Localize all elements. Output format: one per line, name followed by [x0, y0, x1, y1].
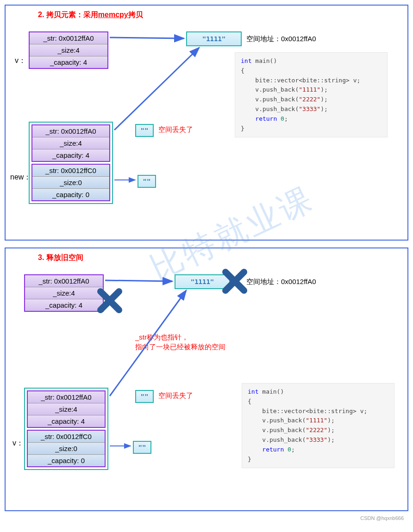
d15: 0	[288, 446, 291, 453]
d10: );	[327, 427, 335, 433]
d16: ;	[291, 446, 295, 453]
block-v2: _str: 0x0012ffA0 _size:4 _capacity: 4 _s…	[24, 388, 108, 470]
panel-step2-title: 2. 拷贝元素：采用memcpy拷贝	[15, 10, 398, 20]
label-new: new：	[10, 173, 31, 182]
row-v-size: _size:4	[30, 44, 107, 56]
heap-lost-label: 空间丢失了	[158, 125, 193, 134]
d6: "1111"	[306, 417, 327, 424]
d14: return	[248, 446, 288, 453]
r2: _size:4	[25, 287, 103, 299]
row-newtop-size: _size:4	[32, 137, 109, 149]
watermark-csdn: CSDN @hqxnb666	[360, 515, 404, 521]
d7: );	[327, 417, 335, 424]
rb1: _str: 0x0012ffC0	[28, 431, 105, 443]
row-newtop-cap: _capacity: 4	[32, 149, 109, 161]
c2: main()	[251, 57, 277, 64]
panel1-body: v： _str: 0x0012ffA0 _size:4 _capacity: 4…	[15, 25, 398, 230]
code-block-2: int main() { bite::vector<bite::string> …	[242, 383, 394, 468]
svg-line-5	[105, 280, 172, 281]
dangling-line1: _str称为也指针，	[135, 332, 225, 342]
block-v: _str: 0x0012ffA0 _size:4 _capacity: 4	[29, 31, 108, 69]
c6: "1111"	[299, 86, 320, 93]
d2: main()	[258, 388, 284, 395]
heap-tiny: ""	[138, 175, 156, 188]
row-newtop-str: _str: 0x0012ffA0	[32, 125, 109, 137]
c9: "2222"	[299, 96, 320, 103]
c7: );	[320, 86, 328, 93]
c16: ;	[284, 115, 288, 122]
heap-1111-b: "1111"	[175, 274, 230, 289]
heap-lost-b: ""	[135, 390, 154, 403]
d12: "3333"	[306, 436, 327, 443]
rm1: _str: 0x0012ffA0	[28, 391, 105, 403]
d11: v.push_back(	[248, 436, 306, 443]
title-memcpy: memcpy	[98, 11, 128, 19]
rm2: _size:4	[28, 403, 105, 415]
row-newbot-str: _str: 0x0012ffC0	[32, 165, 109, 177]
dangling-text: _str称为也指针， 指向了一块已经被释放的空间	[135, 332, 225, 352]
block-new-top: _str: 0x0012ffA0 _size:4 _capacity: 4	[31, 124, 110, 162]
dangling-line2: 指向了一块已经被释放的空间	[135, 342, 225, 352]
block-old-v: _str: 0x0012ffA0 _size:4 _capacity: 4	[24, 274, 104, 312]
c17: }	[241, 125, 244, 132]
c15: 0	[281, 115, 284, 122]
c12: "3333"	[299, 105, 320, 112]
title-prefix: 2. 拷贝元素：采用	[38, 11, 98, 19]
c10: );	[320, 96, 328, 103]
row-v-capacity: _capacity: 4	[30, 56, 107, 68]
c3: {	[241, 67, 244, 74]
title-suffix: 拷贝	[128, 11, 143, 19]
d9: "2222"	[306, 427, 327, 433]
svg-line-1	[110, 37, 184, 38]
heap-1111-label-b: 空间地址：0x0012ffA0	[246, 278, 316, 286]
d17: }	[248, 456, 251, 463]
rb3: _capacity: 0	[28, 455, 105, 466]
panel-step2: 2. 拷贝元素：采用memcpy拷贝 v： _str: 0x0012ffA0 _…	[5, 5, 408, 241]
d5: v.push_back(	[248, 417, 306, 424]
d3: {	[248, 398, 251, 405]
row-v-str: _str: 0x0012ffA0	[30, 32, 107, 44]
heap-1111-label: 空间地址：0x0012ffA0	[246, 35, 316, 43]
c8: v.push_back(	[241, 96, 299, 103]
label-v2: v：	[13, 439, 24, 448]
block-bot: _str: 0x0012ffC0 _size:0 _capacity: 0	[27, 430, 106, 467]
c13: );	[320, 105, 328, 112]
code-block-1: int main() { bite::vector<bite::string> …	[235, 52, 388, 137]
r3: _capacity: 4	[25, 299, 103, 311]
row-newbot-size: _size:0	[32, 177, 109, 189]
label-v: v：	[15, 56, 26, 66]
svg-line-2	[114, 48, 199, 130]
heap-lost-label-b: 空间丢失了	[158, 391, 193, 400]
block-mid: _str: 0x0012ffA0 _size:4 _capacity: 4	[27, 390, 106, 428]
d1: int	[248, 388, 258, 395]
row-newbot-cap: _capacity: 0	[32, 189, 109, 200]
c1: int	[241, 57, 251, 64]
c11: v.push_back(	[241, 105, 299, 112]
rb2: _size:0	[28, 443, 105, 455]
d4: bite::vector<bite::string> v;	[248, 408, 367, 414]
d8: v.push_back(	[248, 427, 306, 433]
panel-step3-title: 3. 释放旧空间	[15, 253, 398, 263]
panel2-body: 比特就业课 _str: 0x0012ffA0 _size:4 _capacity…	[15, 267, 398, 501]
block-new-bot: _str: 0x0012ffC0 _size:0 _capacity: 0	[31, 164, 110, 201]
rm3: _capacity: 4	[28, 415, 105, 427]
heap-lost: ""	[135, 124, 154, 137]
c14: return	[241, 115, 281, 122]
r1: _str: 0x0012ffA0	[25, 275, 103, 287]
block-new: _str: 0x0012ffA0 _size:4 _capacity: 4 _s…	[29, 122, 113, 204]
panel-step3: 3. 释放旧空间 比特就业课 _str: 0x0012ffA0 _size:4 …	[5, 247, 408, 511]
c5: v.push_back(	[241, 86, 299, 93]
heap-tiny-b: ""	[133, 441, 151, 454]
heap-1111: "1111"	[186, 31, 242, 46]
c4: bite::vector<bite::string> v;	[241, 77, 360, 84]
d13: );	[327, 436, 335, 443]
